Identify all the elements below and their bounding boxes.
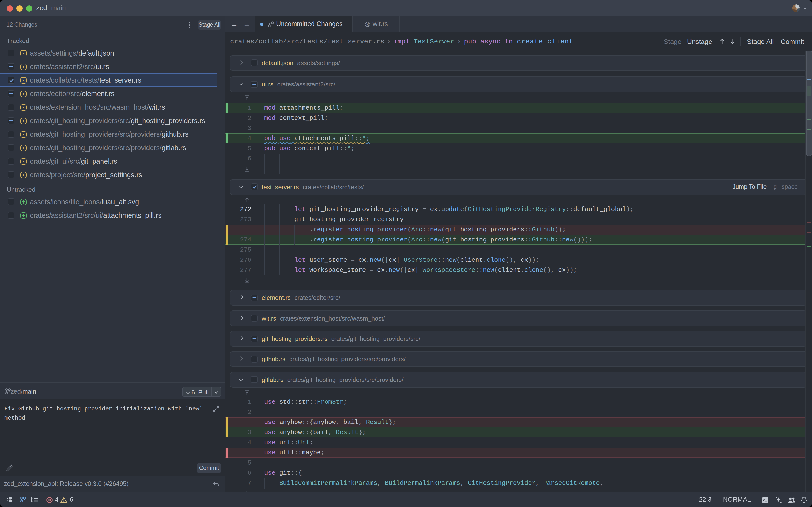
svg-text:R: R [366,22,369,26]
